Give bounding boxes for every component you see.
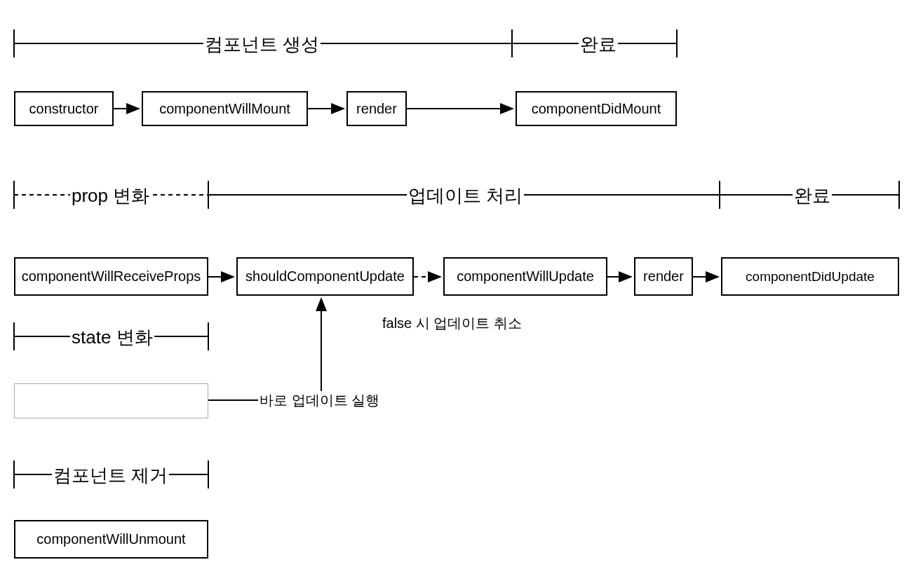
box-component-will-unmount: componentWillUnmount [14,520,208,559]
box-component-did-update: componentDidUpdate [721,257,899,296]
section-label-creation: 컴포넌트 생성 [203,32,321,57]
section-label-removal: 컴포넌트 제거 [52,463,169,488]
section-label-done1: 완료 [579,32,618,57]
label-immediate-update: 바로 업데이트 실행 [258,391,381,410]
box-component-will-mount: componentWillMount [142,91,308,126]
box-should-component-update: shouldComponentUpdate [236,257,414,296]
box-component-will-update: componentWillUpdate [443,257,607,296]
label-false-cancel: false 시 업데이트 취소 [382,314,522,333]
section-label-state-change: state 변화 [70,325,154,350]
box-constructor: constructor [14,91,114,126]
section-label-prop-change: prop 변화 [70,184,151,208]
section-label-update-process: 업데이트 처리 [407,184,524,208]
box-component-did-mount: componentDidMount [516,91,677,126]
section-label-done2: 완료 [793,184,832,208]
box-render-1: render [346,91,407,126]
box-component-will-receive-props: componentWillReceiveProps [14,257,208,296]
box-render-2: render [634,257,693,296]
box-state-change-placeholder [14,383,208,418]
